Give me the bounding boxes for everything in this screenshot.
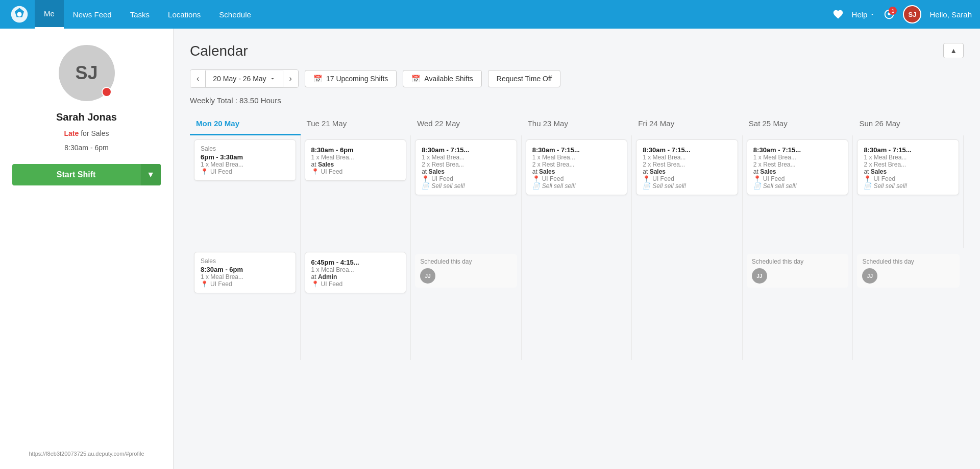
next-week-button[interactable]: › (283, 70, 298, 87)
shift-break1: 1 x Meal Brea... (532, 154, 621, 161)
nav-links: Me News Feed Tasks Locations Schedule (35, 0, 832, 29)
shift-card-thu-1[interactable]: 8:30am - 7:15... 1 x Meal Brea... 2 x Re… (526, 139, 628, 195)
shift-break2: 2 x Rest Brea... (643, 161, 731, 168)
calendar-toolbar: ‹ 20 May - 26 May › 📅 17 Upcoming Shifts… (190, 69, 964, 88)
shift-break1: 1 x Meal Brea... (643, 154, 731, 161)
shift-location: 📍 UI Feed (422, 175, 510, 182)
shift-location: 📍 UI Feed (532, 175, 621, 182)
shift-break: 1 x Meal Brea... (311, 154, 400, 161)
shift-at: at Sales (753, 168, 842, 175)
scheduled-section-sun: Scheduled this day JJ (857, 254, 960, 288)
day-col-sat-row1: 8:30am - 7:15... 1 x Meal Brea... 2 x Re… (743, 135, 853, 248)
day-header-thu[interactable]: Thu 23 May (522, 115, 632, 135)
main-layout: SJ Sarah Jonas Late for Sales 8:30am - 6… (0, 29, 980, 469)
day-header-mon[interactable]: Mon 20 May (190, 115, 301, 135)
day-col-thu-row2 (522, 248, 632, 360)
scheduled-label: Scheduled this day (752, 258, 844, 265)
day-col-mon-row2: Sales 8:30am - 6pm 1 x Meal Brea... 📍 UI… (190, 248, 301, 360)
shift-role: Sales (201, 145, 289, 152)
week-navigator: ‹ 20 May - 26 May › (190, 69, 299, 88)
nav-me[interactable]: Me (35, 0, 64, 29)
day-header-wed[interactable]: Wed 22 May (411, 115, 522, 135)
scheduled-section-wed: Scheduled this day JJ (415, 254, 517, 288)
nav-tasks[interactable]: Tasks (121, 0, 159, 29)
notes-icon: 📄 (753, 182, 761, 190)
day-col-sun-row1: 8:30am - 7:15... 1 x Meal Brea... 2 x Re… (853, 135, 964, 248)
user-avatar-large: SJ (59, 45, 115, 101)
collapse-button[interactable]: ▲ (943, 43, 964, 58)
shift-break: 1 x Meal Brea... (311, 266, 400, 273)
shift-time: 8:30am - 7:15... (753, 146, 842, 154)
top-nav-right: Help 1 SJ Hello, Sarah (832, 5, 972, 24)
day-col-tue-row2: 6:45pm - 4:15... 1 x Meal Brea... at Adm… (301, 248, 411, 360)
week-range: 20 May - 26 May (205, 71, 283, 87)
day-header-fri[interactable]: Fri 24 May (632, 115, 743, 135)
shift-location: 📍 UI Feed (201, 280, 289, 288)
shift-at: at Sales (311, 161, 400, 168)
user-name: Sarah Jonas (56, 111, 117, 123)
shift-notes: 📄 Sell sell sell! (422, 182, 510, 190)
shift-notes: 📄 Sell sell sell! (864, 182, 952, 190)
shift-location: 📍 UI Feed (753, 175, 842, 182)
notes-icon: 📄 (643, 182, 650, 190)
shift-at: at Admin (311, 273, 400, 280)
location-icon: 📍 (311, 280, 319, 288)
available-shifts-button[interactable]: 📅 Available Shifts (403, 70, 481, 87)
shift-break2: 2 x Rest Brea... (422, 161, 510, 168)
notes-icon: 📄 (864, 182, 871, 190)
page-title: Calendar (190, 43, 248, 59)
location-icon: 📍 (864, 175, 871, 182)
svg-point-2 (17, 12, 22, 17)
scheduled-label: Scheduled this day (862, 258, 954, 265)
prev-week-button[interactable]: ‹ (190, 70, 205, 87)
available-calendar-icon: 📅 (411, 75, 420, 83)
late-badge: Late (64, 129, 79, 137)
top-navigation: Me News Feed Tasks Locations Schedule He… (0, 0, 980, 29)
shift-card-mon-1[interactable]: Sales 6pm - 3:30am 1 x Meal Brea... 📍 UI… (194, 139, 296, 181)
shift-card-tue-1[interactable]: 8:30am - 6pm 1 x Meal Brea... at Sales 📍… (305, 139, 407, 181)
favorites-button[interactable] (832, 9, 844, 20)
notes-icon: 📄 (422, 182, 429, 190)
online-dot (102, 87, 112, 97)
shift-card-sun-1[interactable]: 8:30am - 7:15... 1 x Meal Brea... 2 x Re… (857, 139, 959, 195)
shift-card-mon-2[interactable]: Sales 8:30am - 6pm 1 x Meal Brea... 📍 UI… (194, 252, 296, 293)
shift-at: at Sales (643, 168, 731, 175)
notification-badge: 1 (889, 7, 897, 15)
shift-card-fri-1[interactable]: 8:30am - 7:15... 1 x Meal Brea... 2 x Re… (636, 139, 738, 195)
calendar-grid: Mon 20 May Tue 21 May Wed 22 May Thu 23 … (190, 115, 964, 360)
shift-at: at Sales (864, 168, 952, 175)
upcoming-shifts-button[interactable]: 📅 17 Upcoming Shifts (305, 70, 397, 87)
day-col-wed-row2: Scheduled this day JJ (411, 248, 522, 360)
shift-location: 📍 UI Feed (311, 168, 400, 175)
location-icon: 📍 (201, 168, 208, 175)
help-button[interactable]: Help (852, 10, 876, 19)
notes-icon: 📄 (532, 182, 540, 190)
greeting-text: Hello, Sarah (929, 10, 972, 19)
user-status: Late for Sales (64, 129, 109, 137)
shift-location: 📍 UI Feed (643, 175, 731, 182)
nav-news-feed[interactable]: News Feed (64, 0, 121, 29)
start-shift-button[interactable]: Start Shift ▼ (12, 164, 161, 185)
shift-card-tue-2[interactable]: 6:45pm - 4:15... 1 x Meal Brea... at Adm… (305, 252, 407, 293)
shift-time: 8:30am - 7:15... (643, 146, 731, 154)
day-header-sun[interactable]: Sun 26 May (853, 115, 964, 135)
shift-time: 6pm - 3:30am (201, 153, 289, 161)
day-header-tue[interactable]: Tue 21 May (301, 115, 411, 135)
day-col-tue-row1: 8:30am - 6pm 1 x Meal Brea... at Sales 📍… (301, 135, 411, 248)
location-icon: 📍 (422, 175, 429, 182)
shift-time: 8:30am - 6pm (201, 266, 289, 273)
shift-card-wed-1[interactable]: 8:30am - 7:15... 1 x Meal Brea... 2 x Re… (415, 139, 517, 195)
nav-locations[interactable]: Locations (159, 0, 210, 29)
start-shift-dropdown-arrow[interactable]: ▼ (140, 164, 161, 185)
shift-time: 8:30am - 7:15... (864, 146, 952, 154)
shift-break1: 1 x Meal Brea... (864, 154, 952, 161)
app-logo (8, 3, 31, 26)
shift-card-sat-1[interactable]: 8:30am - 7:15... 1 x Meal Brea... 2 x Re… (747, 139, 849, 195)
nav-schedule[interactable]: Schedule (210, 0, 260, 29)
day-col-mon-row1: Sales 6pm - 3:30am 1 x Meal Brea... 📍 UI… (190, 135, 301, 248)
day-header-sat[interactable]: Sat 25 May (743, 115, 853, 135)
user-avatar-btn[interactable]: SJ (903, 5, 921, 24)
day-col-sat-row2: Scheduled this day JJ (743, 248, 853, 360)
shift-notes: 📄 Sell sell sell! (753, 182, 842, 190)
request-time-off-button[interactable]: Request Time Off (488, 70, 561, 87)
